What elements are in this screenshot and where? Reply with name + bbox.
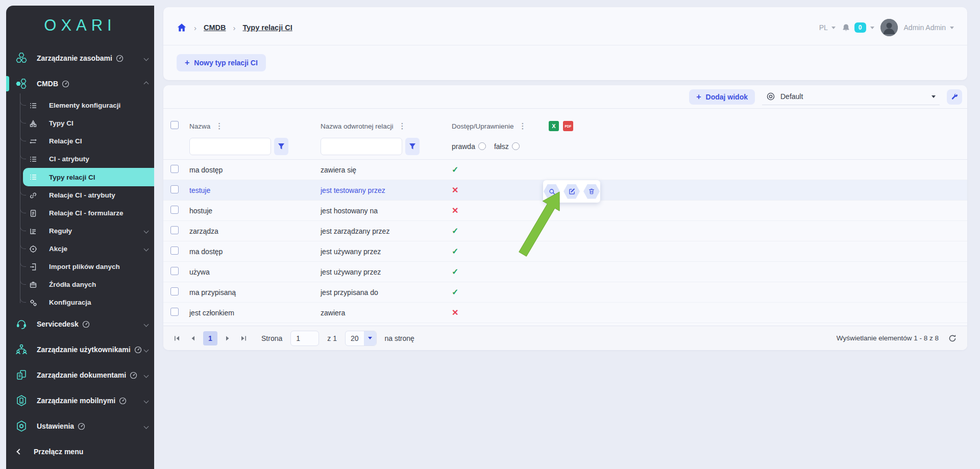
settings-gear-icon xyxy=(14,420,29,432)
view-selector[interactable]: Default xyxy=(762,88,940,105)
cell-nazwa: zarządza xyxy=(189,227,218,235)
user-menu[interactable]: Admin Admin xyxy=(904,23,954,32)
sidebar-item-zrodla-danych[interactable]: Źródła danych xyxy=(6,276,154,293)
sidebar-item-akcje[interactable]: Akcje xyxy=(6,240,154,258)
chevron-up-icon xyxy=(144,81,149,86)
preview-button[interactable] xyxy=(544,184,560,199)
row-checkbox[interactable] xyxy=(170,226,179,234)
add-view-button[interactable]: + Dodaj widok xyxy=(689,89,755,105)
filter-funnel-icon[interactable] xyxy=(405,138,420,155)
sidebar-item-konfiguracja[interactable]: Konfiguracja xyxy=(6,293,154,311)
edit-button[interactable] xyxy=(564,184,580,199)
page-size-select[interactable]: 20 xyxy=(345,331,377,346)
new-relation-type-label: Nowy typ relacji CI xyxy=(194,59,257,67)
sidebar-item-zarzadzanie-mobilnymi[interactable]: Zarządzanie mobilnymi xyxy=(6,388,154,413)
access-status-icon: ✓ xyxy=(452,267,458,276)
filter-funnel-icon[interactable] xyxy=(274,138,288,155)
cell-nazwa: hostuje xyxy=(189,207,212,215)
row-checkbox[interactable] xyxy=(170,308,179,316)
filter-input-odwrotna[interactable] xyxy=(321,138,402,155)
cell-odwrotna: jest zarządzany przez xyxy=(321,227,389,235)
sidebar-item-servicedesk[interactable]: Servicedesk xyxy=(6,311,154,337)
select-all-checkbox[interactable] xyxy=(170,121,179,129)
sidebar-item-zarzadzanie-zasobami[interactable]: Zarządzanie zasobami xyxy=(6,45,154,71)
list-icon xyxy=(29,173,38,181)
chevron-down-icon xyxy=(144,373,149,378)
filter-input-nazwa[interactable] xyxy=(189,138,271,155)
row-actions-panel xyxy=(543,180,600,203)
prev-page-button[interactable] xyxy=(188,333,198,343)
bell-icon xyxy=(842,23,850,32)
sidebar-item-typy-ci[interactable]: Typy CI xyxy=(6,114,154,132)
breadcrumb-link-cmdb[interactable]: CMDB xyxy=(204,23,226,32)
cmdb-submenu: Elementy konfiguracji Typy CI Relacje CI… xyxy=(6,96,154,311)
plus-icon: + xyxy=(696,93,701,101)
sidebar-item-cmdb[interactable]: CMDB xyxy=(6,71,154,96)
sidebar-item-ci-atrybuty[interactable]: CI - atrybuty xyxy=(6,150,154,168)
chevron-down-icon xyxy=(950,27,954,29)
column-settings-button[interactable] xyxy=(947,89,962,105)
sidebar-item-relacje-ci-formularze[interactable]: Relacje CI - formularze xyxy=(6,204,154,222)
row-checkbox[interactable] xyxy=(170,287,179,295)
column-header-dostep: Dostęp/Uprawnienie xyxy=(452,122,514,130)
delete-button[interactable] xyxy=(583,184,600,199)
column-menu-icon[interactable]: ⋮ xyxy=(215,121,223,131)
row-checkbox[interactable] xyxy=(170,246,179,255)
refresh-button[interactable] xyxy=(946,332,959,345)
sidebar-item-label: Akcje xyxy=(49,245,67,253)
column-menu-icon[interactable]: ⋮ xyxy=(399,121,406,131)
gauge-icon xyxy=(134,346,142,354)
sidebar-item-relacje-ci-atrybuty[interactable]: Relacje CI - atrybuty xyxy=(6,186,154,204)
sidebar-item-ustawienia[interactable]: Ustawienia xyxy=(6,413,154,439)
cell-nazwa-link[interactable]: testuje xyxy=(189,186,210,194)
cell-odwrotna-link[interactable]: jest testowany przez xyxy=(321,186,385,194)
table-row: ma dostęp zawiera się ✓ xyxy=(163,160,967,180)
sidebar-item-import-plikow[interactable]: Import plików danych xyxy=(6,258,154,276)
toggle-menu-button[interactable]: Przełącz menu xyxy=(6,439,154,464)
access-status-icon: ✕ xyxy=(452,186,458,194)
sidebar-item-elementy-konfiguracji[interactable]: Elementy konfiguracji xyxy=(6,96,154,114)
sidebar-item-zarzadzanie-uzytkownikami[interactable]: Zarządzanie użytkownikami xyxy=(6,337,154,362)
cell-odwrotna: jest używany przez xyxy=(321,248,381,256)
chevron-down-icon xyxy=(144,56,149,61)
sidebar-item-relacje-ci[interactable]: Relacje CI xyxy=(6,132,154,150)
radio-falsz[interactable] xyxy=(512,142,520,150)
language-selector[interactable]: PL xyxy=(819,23,836,32)
sidebar-item-reguly[interactable]: Reguły xyxy=(6,222,154,240)
access-status-icon: ✓ xyxy=(452,165,458,174)
pagination-bar: 1 Strona z 1 20 na stronę Wyświetlanie e… xyxy=(163,326,967,350)
row-checkbox[interactable] xyxy=(170,165,179,173)
sidebar-item-label: Typy CI xyxy=(49,119,74,127)
sidebar-item-zarzadzanie-dokumentami[interactable]: Zarządzanie dokumentami xyxy=(6,362,154,388)
avatar[interactable] xyxy=(880,19,898,36)
sidebar-item-label: Źródła danych xyxy=(49,281,96,288)
sidebar-item-typy-relacji-ci[interactable]: Typy relacji CI xyxy=(23,168,154,186)
next-page-button[interactable] xyxy=(223,333,233,343)
page-number-input[interactable] xyxy=(290,331,319,346)
view-selector-value: Default xyxy=(780,92,803,101)
row-checkbox[interactable] xyxy=(170,185,179,193)
first-page-button[interactable] xyxy=(172,333,183,343)
gauge-icon xyxy=(119,397,127,405)
table-card: + Dodaj widok Default Nazwa ⋮ Nazwa odwr… xyxy=(163,85,967,350)
cell-odwrotna: jest przypisana do xyxy=(321,288,378,297)
access-status-icon: ✓ xyxy=(452,288,458,297)
row-checkbox[interactable] xyxy=(170,206,179,214)
breadcrumb-link-typy-relacji[interactable]: Typy relacji CI xyxy=(243,23,292,32)
last-page-button[interactable] xyxy=(238,333,249,343)
radio-prawda[interactable] xyxy=(478,142,486,150)
sidebar-item-label: Servicedesk xyxy=(37,320,79,328)
notifications-button[interactable]: 0 xyxy=(842,22,874,33)
home-icon[interactable] xyxy=(177,22,187,33)
page-number-button[interactable]: 1 xyxy=(203,331,217,345)
new-relation-type-button[interactable]: + Nowy typ relacji CI xyxy=(177,54,266,71)
row-checkbox[interactable] xyxy=(170,267,179,275)
export-excel-icon[interactable]: X xyxy=(549,121,559,131)
gauge-icon xyxy=(62,80,69,88)
page-size-value: 20 xyxy=(346,334,364,342)
export-pdf-icon[interactable]: PDF xyxy=(563,121,573,131)
chevron-down-icon xyxy=(144,229,149,234)
table-toolbar: + Dodaj widok Default xyxy=(163,85,967,109)
column-menu-icon[interactable]: ⋮ xyxy=(519,121,527,131)
sidebar-item-label: Zarządzanie użytkownikami xyxy=(37,345,131,354)
